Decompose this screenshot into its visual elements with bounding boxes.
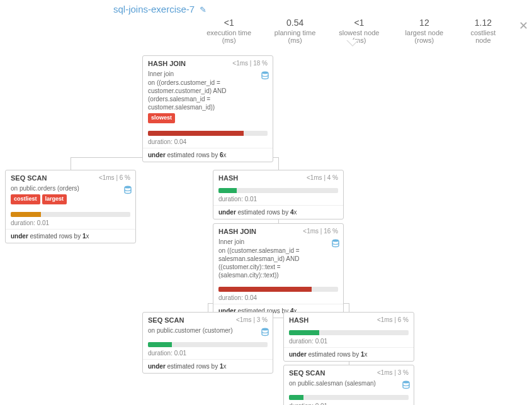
node-meta: <1ms | 16 % [303, 228, 338, 235]
node-condition: on ((orders.customer_id = customer.custo… [148, 79, 268, 111]
stats-bar: <1 execution time (ms) 0.54 planning tim… [201, 18, 532, 44]
duration-text: duration: 0.04 [213, 292, 343, 304]
tag-costliest: costliest [11, 194, 40, 204]
node-title: HASH JOIN [148, 60, 186, 67]
estimate-text: under estimated rows by 1x [284, 348, 414, 361]
duration-text: duration: 0.01 [213, 193, 343, 206]
connector [278, 157, 279, 170]
node-relation: on public.orders (orders) [11, 185, 79, 192]
duration-bar [148, 131, 268, 136]
duration-bar [289, 330, 409, 335]
svg-point-0 [262, 72, 268, 74]
stat-value: 0.54 [269, 18, 320, 28]
svg-point-4 [403, 381, 409, 384]
node-meta: <1ms | 18 % [232, 60, 268, 67]
estimate-text: under estimated rows by 1x [143, 360, 273, 373]
stat-label: slowest node (ms) [334, 29, 385, 44]
stat-costliest-node: 1.12 costliest node [464, 18, 502, 44]
connector [71, 157, 71, 170]
stat-value: 12 [397, 18, 451, 28]
connector [208, 303, 208, 312]
node-relation: on public.salesman (salesman) [289, 380, 376, 387]
node-seq-scan-orders[interactable]: SEQ SCAN <1ms | 6 % on public.orders (or… [5, 170, 136, 243]
duration-bar [289, 395, 409, 400]
connector [349, 303, 349, 312]
svg-point-1 [125, 186, 131, 189]
database-icon [332, 239, 339, 248]
node-join-type: Inner join [218, 238, 244, 245]
node-meta: <1ms | 3 % [236, 316, 268, 324]
stat-value: <1 [334, 18, 385, 28]
duration-text: duration: 0.01 [284, 400, 414, 405]
estimate-text: under estimated rows by 6x [143, 148, 273, 162]
stat-label: planning time (ms) [269, 29, 320, 44]
node-seq-scan-salesman[interactable]: SEQ SCAN <1ms | 3 % on public.salesman (… [283, 365, 414, 405]
duration-text: duration: 0.04 [143, 136, 273, 148]
node-hash-join[interactable]: HASH JOIN <1ms | 18 % Inner join on ((or… [142, 55, 273, 162]
node-meta: <1ms | 6 % [377, 316, 409, 324]
duration-text: duration: 0.01 [6, 217, 135, 230]
database-icon [402, 380, 410, 389]
database-icon [124, 186, 132, 194]
stat-label: largest node (rows) [397, 29, 451, 44]
database-icon [261, 328, 269, 336]
node-meta: <1ms | 4 % [307, 174, 338, 182]
node-meta: <1ms | 3 % [377, 369, 409, 377]
tag-largest: largest [42, 194, 67, 204]
node-title: SEQ SCAN [289, 369, 325, 377]
stat-planning-time: 0.54 planning time (ms) [269, 18, 320, 44]
duration-text: duration: 0.01 [284, 335, 414, 348]
close-icon[interactable]: ✕ [515, 18, 532, 34]
database-icon [261, 71, 269, 80]
svg-point-3 [262, 328, 268, 331]
estimate-text: under estimated rows by 1x [6, 230, 135, 243]
node-title: SEQ SCAN [148, 316, 184, 324]
stat-label: costliest node [464, 29, 502, 44]
tag-slowest: slowest [148, 113, 175, 123]
stat-execution-time: <1 execution time (ms) [201, 18, 256, 44]
node-relation: on public.customer (customer) [148, 327, 233, 334]
title-text: sql-joins-exercise-7 [113, 4, 195, 14]
node-hash[interactable]: HASH <1ms | 4 % duration: 0.01 under est… [213, 170, 344, 219]
duration-bar [11, 212, 130, 217]
node-title: SEQ SCAN [11, 174, 47, 182]
svg-point-2 [332, 240, 339, 242]
duration-text: duration: 0.01 [143, 347, 273, 360]
node-title: HASH [289, 316, 308, 324]
stat-slowest-node: <1 slowest node (ms) [334, 18, 385, 44]
node-hash-2[interactable]: HASH <1ms | 6 % duration: 0.01 under est… [283, 312, 414, 362]
duration-bar [148, 342, 268, 347]
node-condition: on ((customer.salesman_id = salesman.sal… [218, 247, 338, 279]
duration-bar [218, 287, 338, 292]
node-seq-scan-customer[interactable]: SEQ SCAN <1ms | 3 % on public.customer (… [142, 312, 273, 374]
node-title: HASH JOIN [218, 228, 256, 235]
node-hash-join-inner[interactable]: HASH JOIN <1ms | 16 % Inner join on ((cu… [213, 223, 344, 318]
node-title: HASH [218, 174, 238, 182]
edit-icon[interactable]: ✎ [200, 5, 207, 14]
node-join-type: Inner join [148, 70, 174, 77]
page-title: sql-joins-exercise-7 ✎ [113, 4, 207, 14]
stat-largest-node: 12 largest node (rows) [397, 18, 451, 44]
pointer-icon [346, 40, 359, 47]
estimate-text: under estimated rows by 4x [213, 206, 343, 219]
node-meta: <1ms | 6 % [99, 174, 130, 182]
stat-value: 1.12 [464, 18, 502, 28]
stat-value: <1 [201, 18, 256, 28]
stat-label: execution time (ms) [201, 29, 256, 44]
duration-bar [218, 188, 338, 193]
